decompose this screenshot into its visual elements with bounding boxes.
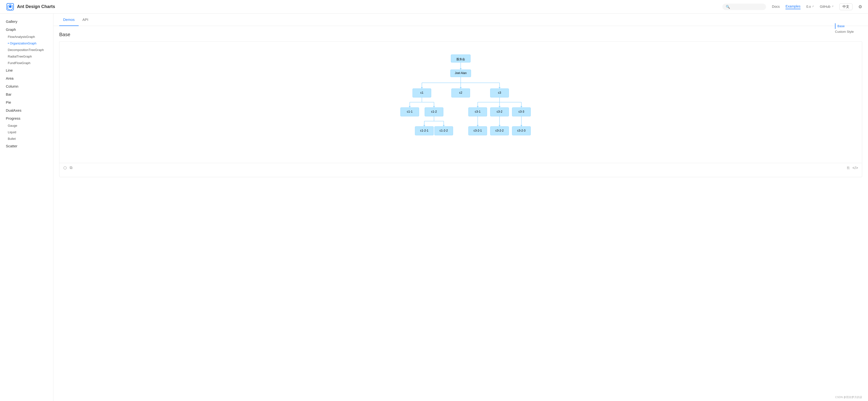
- nav-examples[interactable]: Examples: [785, 4, 800, 9]
- view-code-icon[interactable]: </>: [852, 166, 858, 170]
- svg-marker-22: [423, 125, 425, 126]
- demo-bottom-left: ⬡ ⧉: [63, 165, 72, 170]
- svg-marker-8: [421, 87, 423, 89]
- sidebar-section-gallery[interactable]: Gallery: [0, 18, 53, 26]
- node-c3-1: c3-1: [475, 110, 480, 113]
- sidebar-section-progress[interactable]: Progress: [0, 114, 53, 122]
- 3d-box-icon[interactable]: ⬡: [63, 165, 67, 170]
- node-joel: Joel Alan: [455, 71, 467, 75]
- nav-github[interactable]: GitHub ↗: [820, 5, 834, 9]
- logo-icon: [6, 2, 14, 11]
- sidebar-section-line[interactable]: Line: [0, 66, 53, 74]
- svg-rect-2: [9, 5, 11, 8]
- sidebar-section-column[interactable]: Column: [0, 82, 53, 90]
- svg-marker-4: [460, 68, 462, 70]
- org-chart-wrapper: 股东会 Joel Alan c1 c2: [59, 41, 862, 163]
- sidebar-section-scatter[interactable]: Scatter: [0, 142, 53, 150]
- node-root: 股东会: [456, 58, 465, 61]
- logo-area: Ant Design Charts: [6, 2, 59, 11]
- node-c1-1: c1-1: [407, 110, 413, 113]
- node-c2: c2: [459, 91, 462, 94]
- logo-title: Ant Design Charts: [17, 4, 55, 9]
- svg-marker-41: [520, 125, 522, 126]
- svg-marker-28: [477, 106, 479, 107]
- sidebar-item-radial-tree-graph[interactable]: RadialTreeGraph: [0, 53, 53, 60]
- svg-marker-38: [499, 125, 500, 126]
- header: Ant Design Charts 🔍 Docs Examples 0.x ↗ …: [0, 0, 868, 13]
- search-icon: 🔍: [726, 5, 730, 9]
- header-nav: Docs Examples 0.x ↗ GitHub ↗ 中文 ⚙: [772, 3, 862, 10]
- svg-marker-12: [499, 87, 500, 89]
- nav-0x[interactable]: 0.x ↗: [806, 5, 814, 9]
- copy-code-icon[interactable]: ⎘: [847, 166, 849, 170]
- node-c3-2-3: c3-2-3: [517, 129, 526, 132]
- demo-box: 股东会 Joel Alan c1 c2: [59, 41, 862, 177]
- settings-icon[interactable]: ⚙: [858, 4, 862, 9]
- node-c3-2: c3-2: [497, 110, 502, 113]
- sidebar-item-decomposition-tree-graph[interactable]: DecompositionTreeGraph: [0, 47, 53, 53]
- sidebar-item-fund-flow-graph[interactable]: FundFlowGraph: [0, 60, 53, 66]
- external-link-icon-0x: ↗: [812, 5, 814, 8]
- sidebar-item-organization-graph[interactable]: OrganizationGraph: [0, 40, 53, 47]
- content-area: Base: [53, 26, 868, 183]
- external-link-icon-github: ↗: [831, 5, 834, 8]
- sidebar-section-area[interactable]: Area: [0, 74, 53, 82]
- svg-marker-24: [443, 125, 445, 126]
- node-c1-2-2: c1-2-2: [440, 129, 448, 132]
- sidebar-item-gauge[interactable]: Gauge: [0, 122, 53, 129]
- sidebar-item-bullet[interactable]: Bullet: [0, 135, 53, 142]
- sidebar-section-pie[interactable]: Pie: [0, 98, 53, 106]
- node-c3: c3: [498, 91, 501, 94]
- anchor-custom-style[interactable]: Custom Style: [835, 29, 868, 34]
- node-c1-2-1: c1-2-1: [420, 129, 428, 132]
- sidebar-item-liquid[interactable]: Liquid: [0, 129, 53, 135]
- main-content: Demos API Base: [53, 13, 868, 183]
- demo-bottom-bar: ⬡ ⧉ ⎘ </>: [59, 163, 862, 173]
- svg-marker-16: [409, 106, 411, 107]
- open-new-icon[interactable]: ⧉: [70, 165, 72, 170]
- demo-area: Base: [59, 32, 862, 177]
- lang-button[interactable]: 中文: [839, 3, 852, 10]
- org-chart-svg: 股东会 Joel Alan c1 c2: [385, 51, 536, 153]
- sidebar-section-dual-axes[interactable]: DualAxes: [0, 106, 53, 114]
- sidebar-section-graph[interactable]: Graph: [0, 26, 53, 33]
- header-search: 🔍: [59, 4, 766, 10]
- demo-bottom-right: ⎘ </>: [847, 166, 858, 170]
- tab-api[interactable]: API: [79, 13, 92, 26]
- svg-marker-10: [460, 87, 462, 89]
- node-c1-2: c1-2: [431, 110, 437, 113]
- node-c1: c1: [421, 91, 424, 94]
- layout: Gallery Graph FlowAnalysisGraph Organiza…: [0, 13, 868, 183]
- node-c3-3: c3-3: [519, 110, 524, 113]
- svg-marker-30: [499, 106, 500, 107]
- nav-docs[interactable]: Docs: [772, 5, 780, 9]
- tab-demos[interactable]: Demos: [59, 13, 79, 26]
- anchor-base[interactable]: Base: [835, 23, 868, 29]
- tabs-bar: Demos API: [53, 13, 868, 26]
- svg-marker-32: [520, 106, 522, 107]
- svg-marker-18: [433, 106, 435, 107]
- search-input[interactable]: [732, 5, 764, 8]
- node-c3-2-2: c3-2-2: [495, 129, 504, 132]
- search-box[interactable]: 🔍: [722, 4, 766, 10]
- right-sidebar: Base Custom Style: [829, 20, 868, 34]
- node-c3-2-1: c3-2-1: [473, 129, 482, 132]
- sidebar-section-bar[interactable]: Bar: [0, 90, 53, 98]
- sidebar: Gallery Graph FlowAnalysisGraph Organiza…: [0, 13, 53, 183]
- sidebar-item-flow-analysis-graph[interactable]: FlowAnalysisGraph: [0, 33, 53, 40]
- section-title: Base: [59, 32, 862, 37]
